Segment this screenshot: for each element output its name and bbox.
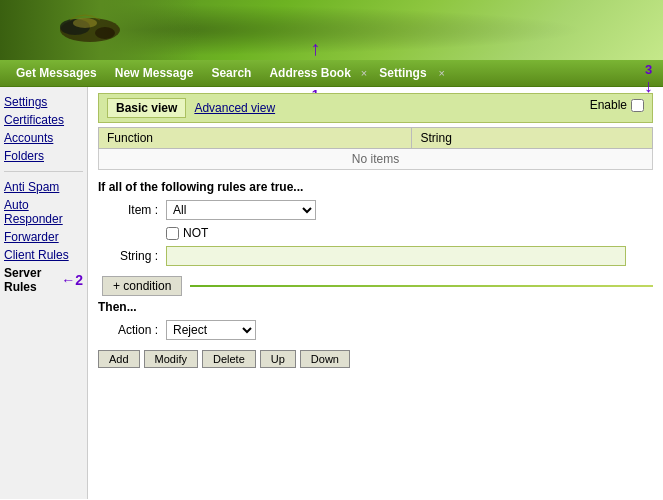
action-row: Action : Reject Accept Delete Move to <box>98 320 653 340</box>
add-button[interactable]: Add <box>98 350 140 368</box>
sidebar-item-folders[interactable]: Folders <box>4 147 83 165</box>
green-separator <box>190 285 653 287</box>
annotation-1: ↑ <box>310 38 320 58</box>
svg-point-3 <box>73 18 97 28</box>
table-header-string: String <box>412 128 653 149</box>
action-buttons-row: Add Modify Delete Up Down <box>98 350 653 368</box>
then-section: Then... Action : Reject Accept Delete Mo… <box>98 300 653 340</box>
svg-point-2 <box>95 27 115 39</box>
nav-search[interactable]: Search <box>203 64 259 82</box>
content-area: Basic view Advanced view Enable Function… <box>88 87 663 499</box>
sidebar-item-forwarder[interactable]: Forwarder <box>4 228 83 246</box>
sidebar-divider <box>4 171 83 172</box>
string-label: String : <box>98 249 158 263</box>
annotation-3: 3 ↓ <box>644 62 653 97</box>
nav-address-book-container: Address Book × ↑ 1 <box>261 64 369 82</box>
add-condition-button[interactable]: + condition <box>102 276 182 296</box>
action-label: Action : <box>98 323 158 337</box>
annotation-arrow-2: ← <box>61 272 75 288</box>
tab-advanced[interactable]: Advanced view <box>194 101 275 115</box>
nav-settings[interactable]: Settings <box>371 64 434 82</box>
table-header-function: Function <box>99 128 412 149</box>
item-label: Item : <box>98 203 158 217</box>
nav-address-book[interactable]: Address Book <box>261 64 358 82</box>
table-empty-message: No items <box>99 149 653 170</box>
nav-bar: Get Messages New Message Search Address … <box>0 60 663 87</box>
action-select[interactable]: Reject Accept Delete Move to <box>166 320 256 340</box>
sidebar: Settings Certificates Accounts Folders A… <box>0 87 88 499</box>
sidebar-item-anti-spam[interactable]: Anti Spam <box>4 178 83 196</box>
sidebar-item-auto-responder[interactable]: Auto Responder <box>4 196 83 228</box>
nav-new-message[interactable]: New Message <box>107 64 202 82</box>
enable-label: Enable <box>590 98 627 112</box>
enable-checkbox[interactable] <box>631 99 644 112</box>
sidebar-item-client-rules[interactable]: Client Rules <box>4 246 83 264</box>
sidebar-item-settings[interactable]: Settings <box>4 93 83 111</box>
condition-row: + condition <box>98 276 653 296</box>
main-layout: Settings Certificates Accounts Folders A… <box>0 87 663 499</box>
up-button[interactable]: Up <box>260 350 296 368</box>
rules-form-section: If all of the following rules are true..… <box>98 180 653 266</box>
sidebar-item-accounts[interactable]: Accounts <box>4 129 83 147</box>
rules-section-title: If all of the following rules are true..… <box>98 180 653 194</box>
tab-basic[interactable]: Basic view <box>107 98 186 118</box>
annotation-label-2: 2 <box>75 272 83 288</box>
string-row: String : <box>98 246 653 266</box>
not-label: NOT <box>183 226 208 240</box>
sidebar-item-server-rules[interactable]: Server Rules <box>4 264 59 296</box>
modify-button[interactable]: Modify <box>144 350 198 368</box>
nav-close-settings[interactable]: × <box>437 67 447 79</box>
not-row: NOT <box>166 226 653 240</box>
rules-table: Function String No items <box>98 127 653 170</box>
nav-get-messages[interactable]: Get Messages <box>8 64 105 82</box>
annotation-label-3: 3 <box>645 62 652 77</box>
nav-close-address-book[interactable]: × <box>359 67 369 79</box>
annotation-2-container: Server Rules ← 2 <box>4 264 83 296</box>
then-title: Then... <box>98 300 653 314</box>
sidebar-item-certificates[interactable]: Certificates <box>4 111 83 129</box>
item-select[interactable]: All Subject From To Cc Body <box>166 200 316 220</box>
table-empty-row: No items <box>99 149 653 170</box>
item-row: Item : All Subject From To Cc Body <box>98 200 653 220</box>
down-button[interactable]: Down <box>300 350 350 368</box>
enable-row: Enable <box>590 98 644 112</box>
not-checkbox[interactable] <box>166 227 179 240</box>
delete-button[interactable]: Delete <box>202 350 256 368</box>
view-tabs-bar: Basic view Advanced view Enable <box>98 93 653 123</box>
header-banner <box>0 0 663 60</box>
string-input[interactable] <box>166 246 626 266</box>
